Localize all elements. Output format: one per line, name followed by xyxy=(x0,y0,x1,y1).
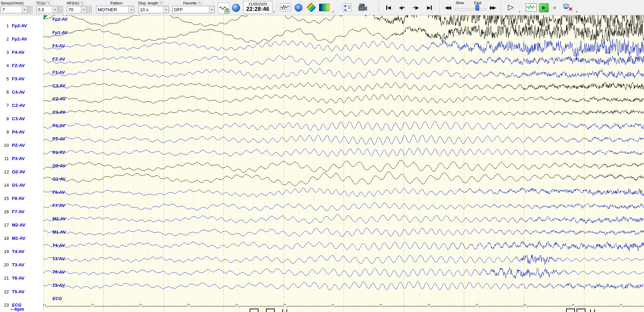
channel-row-fp1-av[interactable]: 2Fp1-AV xyxy=(2,36,27,42)
time-text: 22:28:46 xyxy=(244,6,272,12)
disp-length-dropdown-arrow[interactable]: ▾ xyxy=(163,6,169,13)
step-forward-button[interactable]: ▶ xyxy=(409,3,422,12)
channel-row-fp2-av[interactable]: 1Fp2-AV xyxy=(2,22,27,29)
spin-down-icon[interactable]: ▾ xyxy=(87,10,92,14)
disp-length-select[interactable]: 10 s ▾ xyxy=(138,6,169,13)
event-marker-box[interactable] xyxy=(266,309,275,312)
event-marker-tick[interactable] xyxy=(594,309,595,312)
toolbar-separator xyxy=(501,2,501,13)
right-triangle-icon: ▶ xyxy=(415,5,419,10)
network-disconnect-button[interactable] xyxy=(561,2,575,13)
back-small-button[interactable]: ◀ xyxy=(551,4,557,11)
channel-label: PZ-AV xyxy=(12,143,25,148)
channel-row-t4-av[interactable]: 19T4-AV xyxy=(2,249,25,255)
start-playback-button[interactable] xyxy=(539,3,549,12)
channel-label: P4-AV xyxy=(12,129,25,135)
hf-select[interactable]: 70 ▾ xyxy=(67,6,87,13)
pattern-dropdown-arrow[interactable]: ▾ xyxy=(128,6,134,13)
speed-slider-thumb[interactable] xyxy=(475,4,479,11)
channel-number: 8 xyxy=(2,116,9,121)
channel-row-f8-av[interactable]: 15F8-AV xyxy=(2,196,25,202)
channel-row-o2-av[interactable]: 12O2-AV xyxy=(2,169,25,175)
spin-down-icon[interactable]: ▾ xyxy=(59,10,63,14)
live-eeg-button[interactable] xyxy=(525,3,537,12)
event-marker-tick[interactable] xyxy=(286,309,287,312)
green-play-icon xyxy=(539,3,549,12)
play-outline-icon: ▷ xyxy=(508,3,514,11)
channel-row-f3-av[interactable]: 5F3-AV xyxy=(2,76,25,82)
wave-filter-button[interactable]: 50 xyxy=(218,3,230,14)
favorite-dropdown-arrow[interactable]: ▾ xyxy=(209,6,214,13)
sens-select[interactable]: 7 ▾ xyxy=(1,6,27,13)
event-marker-box[interactable] xyxy=(577,309,585,312)
favorite-edit-icon[interactable]: ✎ xyxy=(198,1,202,5)
favorite-select[interactable]: OFF ▾ xyxy=(172,6,215,13)
fast-forward-button[interactable]: ▶▶ xyxy=(486,3,499,12)
event-marker-box[interactable] xyxy=(250,309,258,312)
rewind-button[interactable]: ◀◀ xyxy=(441,3,454,12)
channel-row-pz-av[interactable]: 10PZ-AV xyxy=(2,142,25,148)
sens-value: 7 xyxy=(1,7,21,12)
channel-row-c4-av[interactable]: 6C4-AV xyxy=(2,89,25,95)
video-button[interactable] xyxy=(356,2,369,13)
channel-row-f7-av[interactable]: 16F7-AV xyxy=(2,209,25,215)
position-marker-triangle[interactable] xyxy=(44,15,48,19)
channel-row-f4-av[interactable]: 3F4-AV xyxy=(2,49,25,55)
channel-row-cz-av[interactable]: 7CZ-AV xyxy=(2,102,25,108)
disp-length-edit-icon[interactable]: ✎ xyxy=(159,1,163,5)
tc-edit-icon[interactable]: ✎ xyxy=(47,1,51,5)
channel-row-t3-av[interactable]: 20T3-AV xyxy=(2,262,25,268)
patient-info-button[interactable] xyxy=(341,2,354,13)
channel-row-t5-av[interactable]: 22T5-AV xyxy=(2,288,25,295)
channel-label: Fp2-AV xyxy=(12,23,27,28)
eeg-traces-canvas[interactable] xyxy=(43,15,644,312)
spin-down-icon[interactable]: ▾ xyxy=(28,10,32,14)
tc-select[interactable]: 0.3 ▾ xyxy=(36,6,58,13)
overflow-dot-icon: ▾ xyxy=(332,11,334,13)
hf-edit-icon[interactable]: ✎ xyxy=(80,1,84,5)
globe-button[interactable] xyxy=(231,3,241,13)
spectrogram-button[interactable] xyxy=(318,3,330,12)
channel-label: T3-AV xyxy=(12,262,25,267)
speed-slider-track[interactable] xyxy=(455,8,486,10)
channel-label: F4-AV xyxy=(12,50,25,55)
channel-row-fz-av[interactable]: 4FZ-AV xyxy=(2,62,25,68)
brain-map-button[interactable] xyxy=(292,2,304,13)
sens-spinner[interactable]: ▴▾ xyxy=(28,6,32,13)
channel-label: T4-AV xyxy=(12,249,25,254)
channel-label: O1-AV xyxy=(12,183,25,188)
channel-label: F7-AV xyxy=(12,209,25,214)
play-button[interactable]: ▷ xyxy=(504,2,518,12)
channel-row-p3-av[interactable]: 11P3-AV xyxy=(2,156,25,162)
channel-row-c3-av[interactable]: 8C3-AV xyxy=(2,115,25,122)
toolbar-separator xyxy=(439,2,440,13)
tc-dropdown-arrow[interactable]: ▾ xyxy=(52,6,58,13)
trend-map-button[interactable] xyxy=(305,3,317,12)
go-last-page-button[interactable]: ▶ xyxy=(423,3,436,12)
hf-dropdown-arrow[interactable]: ▾ xyxy=(81,6,86,13)
eeg-graph-view-button[interactable] xyxy=(279,2,292,13)
channel-row-o1-av[interactable]: 14O1-AV xyxy=(2,182,25,188)
step-back-button[interactable]: ◀ xyxy=(396,3,409,12)
event-marker-box[interactable] xyxy=(566,309,575,312)
channel-row-p4-av[interactable]: 9P4-AV xyxy=(2,129,25,135)
channel-number: 6 xyxy=(2,90,9,95)
event-marker-tick[interactable] xyxy=(282,309,283,312)
hf-spinner[interactable]: ▴▾ xyxy=(87,6,92,13)
favorite-label: Favorite xyxy=(183,1,197,5)
channel-row-m2-av[interactable]: 17M2-AV xyxy=(2,222,25,228)
channel-row-t6-av[interactable]: 21T6-AV xyxy=(2,275,25,281)
event-marker-tick[interactable] xyxy=(590,309,591,312)
channel-row-m1-av[interactable]: 18M1-AV xyxy=(2,235,25,241)
channel-number: 12 xyxy=(2,169,9,174)
sens-dropdown-arrow[interactable]: ▾ xyxy=(21,6,27,13)
dot-icon xyxy=(403,7,405,8)
pattern-label: Pattern xyxy=(110,1,122,5)
pattern-select[interactable]: MOTHER ▾ xyxy=(96,6,134,13)
rewind-icon: ◀◀ xyxy=(445,5,450,10)
channel-number: 7 xyxy=(2,103,9,108)
channel-number: 23 xyxy=(2,302,9,308)
go-first-page-button[interactable]: ◀ xyxy=(382,3,395,12)
tc-spinner[interactable]: ▴▾ xyxy=(59,6,63,13)
channel-number: 20 xyxy=(2,262,9,267)
